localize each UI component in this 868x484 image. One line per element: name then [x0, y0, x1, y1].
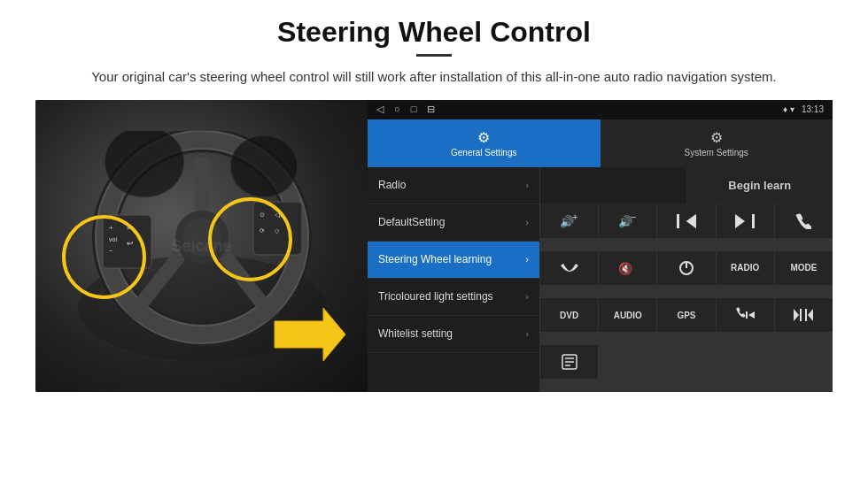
- menu-default-label: DefaultSetting: [378, 216, 525, 228]
- right-panel: Begin learn 🔊+ 🔊−: [540, 167, 833, 392]
- car-bg: + vol − ≡ ↩ ⊙ ◁▷ ⟳ ◇: [35, 100, 368, 392]
- back-nav-icon[interactable]: ◁: [376, 104, 384, 115]
- ctrl-mute[interactable]: 🔇: [599, 251, 656, 285]
- ctrl-playlist[interactable]: [540, 345, 598, 379]
- svg-rect-37: [746, 311, 748, 319]
- signal-icon: ♦ ▾: [783, 104, 794, 114]
- ctrl-hang-up[interactable]: [540, 251, 598, 285]
- begin-learn-button[interactable]: Begin learn: [687, 167, 833, 204]
- svg-text:−: −: [631, 211, 636, 222]
- panel-radio-cell: [540, 167, 687, 204]
- ctrl-audio[interactable]: AUDIO: [599, 298, 656, 332]
- ctrl-dvd[interactable]: DVD: [540, 298, 598, 332]
- svg-rect-32: [752, 214, 755, 228]
- ctrl-power[interactable]: [657, 251, 715, 285]
- ctrl-gps[interactable]: GPS: [657, 298, 715, 332]
- arrow-overlay: [270, 303, 350, 374]
- ctrl-radio[interactable]: RADIO: [717, 251, 774, 285]
- android-ui: ◁ ○ □ ⊟ ♦ ▾ 13:13 ⚙ General Settings ⚙: [368, 100, 833, 392]
- svg-marker-31: [735, 214, 745, 228]
- svg-text:+: +: [572, 211, 577, 222]
- home-nav-icon[interactable]: ○: [394, 104, 400, 115]
- ctrl-grid: 🔊+ 🔊−: [540, 204, 833, 392]
- menu-radio-arrow: ›: [525, 180, 529, 190]
- car-image: + vol − ≡ ↩ ⊙ ◁▷ ⟳ ◇: [35, 100, 368, 392]
- ctrl-mode-label: MODE: [790, 263, 817, 273]
- menu-default-arrow: ›: [525, 217, 529, 227]
- menu-whitelist-label: Whitelist setting: [378, 327, 525, 340]
- svg-marker-38: [794, 309, 799, 321]
- ctrl-vol-down[interactable]: 🔊−: [599, 204, 656, 238]
- ctrl-vol-up[interactable]: 🔊+: [540, 204, 598, 238]
- menu-item-defaultsetting[interactable]: DefaultSetting ›: [368, 204, 539, 242]
- recents-nav-icon[interactable]: □: [411, 104, 417, 115]
- svg-marker-41: [808, 309, 813, 321]
- page-title: Steering Wheel Control: [35, 16, 833, 49]
- status-bar: ◁ ○ □ ⊟ ♦ ▾ 13:13: [368, 100, 833, 119]
- svg-marker-22: [275, 308, 345, 361]
- title-divider: [416, 54, 452, 57]
- ctrl-mode[interactable]: MODE: [775, 251, 833, 285]
- svg-point-20: [105, 131, 184, 197]
- system-settings-icon: ⚙: [710, 129, 723, 146]
- svg-rect-40: [805, 309, 807, 321]
- ctrl-dvd-label: DVD: [560, 311, 578, 320]
- main-split: Radio › DefaultSetting › Steering Wheel …: [368, 167, 833, 392]
- menu-steering-label: Steering Wheel learning: [378, 253, 525, 265]
- clock: 13:13: [802, 104, 824, 114]
- menu-item-tricoloured[interactable]: Tricoloured light settings ›: [368, 279, 539, 316]
- ctrl-radio-label: RADIO: [731, 263, 759, 273]
- ctrl-phone-prev[interactable]: [717, 298, 774, 332]
- menu-item-radio[interactable]: Radio ›: [368, 167, 539, 204]
- content-area: + vol − ≡ ↩ ⊙ ◁▷ ⟳ ◇: [35, 100, 833, 392]
- menu-steering-arrow: ›: [525, 254, 529, 265]
- ctrl-gps-label: GPS: [677, 311, 695, 320]
- tab-system[interactable]: ⚙ System Settings: [601, 119, 833, 167]
- svg-point-21: [230, 135, 298, 197]
- svg-rect-30: [677, 215, 679, 227]
- page-wrapper: Steering Wheel Control Your original car…: [0, 0, 868, 401]
- ctrl-phone[interactable]: [775, 204, 833, 238]
- svg-text:🔇: 🔇: [618, 261, 633, 276]
- ctrl-audio-label: AUDIO: [614, 311, 642, 320]
- system-settings-label: System Settings: [685, 148, 748, 157]
- general-settings-label: General Settings: [451, 148, 517, 157]
- ctrl-next[interactable]: [717, 204, 774, 238]
- menu-item-whitelist[interactable]: Whitelist setting ›: [368, 316, 539, 353]
- menu-tricoloured-arrow: ›: [525, 291, 529, 302]
- circle-left: [62, 215, 146, 299]
- general-settings-icon: ⚙: [477, 129, 490, 146]
- left-menu: Radio › DefaultSetting › Steering Wheel …: [368, 167, 540, 392]
- tab-row: ⚙ General Settings ⚙ System Settings: [368, 119, 833, 167]
- svg-rect-39: [800, 309, 802, 321]
- menu-nav-icon[interactable]: ⊟: [427, 104, 435, 115]
- ctrl-prev-next[interactable]: [775, 298, 833, 332]
- circle-right: [208, 197, 292, 281]
- menu-item-steering[interactable]: Steering Wheel learning ›: [368, 242, 539, 279]
- page-subtitle: Your original car's steering wheel contr…: [35, 67, 833, 88]
- menu-radio-label: Radio: [378, 179, 525, 191]
- tab-general[interactable]: ⚙ General Settings: [368, 119, 601, 167]
- status-bar-left: ◁ ○ □ ⊟: [376, 104, 435, 115]
- panel-top-row: Begin learn: [540, 167, 833, 204]
- ctrl-prev[interactable]: [657, 204, 715, 238]
- menu-whitelist-arrow: ›: [525, 328, 529, 339]
- svg-marker-29: [686, 214, 696, 228]
- svg-marker-36: [748, 311, 755, 319]
- menu-tricoloured-label: Tricoloured light settings: [378, 290, 525, 303]
- status-bar-right: ♦ ▾ 13:13: [783, 104, 824, 114]
